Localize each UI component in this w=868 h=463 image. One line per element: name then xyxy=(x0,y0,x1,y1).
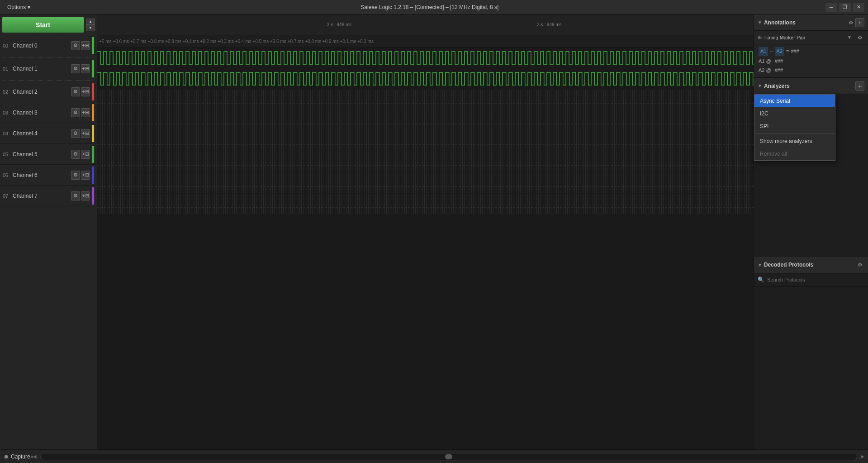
decoded-collapse-icon[interactable]: ▼ xyxy=(758,263,762,267)
annotations-collapse-icon[interactable]: ▼ xyxy=(758,20,762,25)
scroll-right-arrow[interactable]: ▶ xyxy=(861,454,864,459)
waveform-row-3 xyxy=(97,110,754,131)
waveform-row-6 xyxy=(97,173,754,194)
waveform-row-4 xyxy=(97,131,754,152)
dropdown-item-spi[interactable]: SPI xyxy=(754,120,835,133)
bottom-bar: ⏺ Capture » ◀ ▶ xyxy=(0,449,868,463)
maximize-button[interactable]: ❐ xyxy=(839,3,851,12)
channel-add-5[interactable]: +⊞ xyxy=(81,150,90,159)
channel-row-3: 03 Channel 3 ⚙ +⊞ xyxy=(0,102,97,123)
capture-arrow-button[interactable]: » xyxy=(30,453,33,460)
timing-val-row-1: A1 – A2 = ### xyxy=(759,47,863,56)
channel-gear-4[interactable]: ⚙ xyxy=(71,129,80,138)
close-button[interactable]: ✕ xyxy=(853,3,864,12)
annotations-header: ▼ Annotations ⚙ + xyxy=(754,14,868,31)
analyzer-dropdown: Async Serial I2C SPI Show more analyzers… xyxy=(754,94,835,161)
search-protocols-bar: 🔍 xyxy=(754,273,868,287)
capture-button[interactable]: ⏺ Capture xyxy=(4,453,30,460)
hash-val-3: ### xyxy=(775,66,783,75)
channel-num-1: 01 xyxy=(3,66,13,72)
arrow-up-button[interactable]: ▲ xyxy=(86,19,95,25)
channel-num-2: 02 xyxy=(3,89,13,95)
waveforms[interactable] xyxy=(97,48,754,449)
channel-panel: Start ▲ ▼ 00 Channel 0 ⚙ +⊞ 01 Channel 1… xyxy=(0,14,97,449)
channel-name-7: Channel 7 xyxy=(13,193,70,199)
channel-num-7: 07 xyxy=(3,193,13,199)
hash-val-2: ### xyxy=(775,57,783,66)
dropdown-item-i2c[interactable]: I2C xyxy=(754,107,835,120)
channel-add-3[interactable]: +⊞ xyxy=(81,108,90,117)
channel-row-7: 07 Channel 7 ⚙ +⊞ xyxy=(0,186,97,206)
capture-icon: ⏺ xyxy=(4,453,9,460)
a1-at-label: A1 @ xyxy=(759,57,771,66)
channel-name-5: Channel 5 xyxy=(13,151,70,158)
channel-row-0: 00 Channel 0 ⚙ +⊞ xyxy=(0,35,97,56)
dropdown-item-remove-all[interactable]: Remove all xyxy=(754,148,835,160)
options-button[interactable]: Options ▾ xyxy=(4,4,34,10)
channel-add-7[interactable]: +⊞ xyxy=(81,191,90,200)
channel-name-0: Channel 0 xyxy=(13,43,70,49)
channel-num-5: 05 xyxy=(3,152,13,157)
channel-name-3: Channel 3 xyxy=(13,110,70,116)
arrow-down-button[interactable]: ▼ xyxy=(86,25,95,31)
annotations-settings-button[interactable]: ⚙ xyxy=(846,18,855,27)
analyzers-title: Analyzers xyxy=(764,83,855,89)
channel-add-1[interactable]: +⊞ xyxy=(81,64,90,73)
scroll-area[interactable] xyxy=(40,453,857,460)
timing-settings-button[interactable]: ⚙ xyxy=(855,33,864,42)
a2-at-label: A2 @ xyxy=(759,66,771,75)
search-protocols-input[interactable] xyxy=(767,277,864,282)
start-arrows: ▲ ▼ xyxy=(86,19,95,31)
tick-row: +5 ms +0.6 ms +0.7 ms +0.8 ms +0.9 ms +0… xyxy=(97,35,754,48)
channel-row-1: 01 Channel 1 ⚙ +⊞ xyxy=(0,58,97,79)
timing-marker-row: ⊞ Timing Marker Pair ▼ ⚙ xyxy=(754,31,868,44)
decoded-protocols-title: Decoded Protocols xyxy=(764,262,854,268)
dropdown-item-show-more[interactable]: Show more analyzers xyxy=(754,135,835,148)
right-panel: ▼ Annotations ⚙ + ⊞ Timing Marker Pair ▼… xyxy=(754,14,868,449)
channel-add-6[interactable]: +⊞ xyxy=(81,171,90,180)
channel-name-1: Channel 1 xyxy=(13,66,70,72)
dropdown-item-async-serial[interactable]: Async Serial xyxy=(754,95,835,107)
channel-gear-6[interactable]: ⚙ xyxy=(71,171,80,180)
channel-gear-7[interactable]: ⚙ xyxy=(71,191,80,200)
channel-num-0: 00 xyxy=(3,43,13,48)
timing-marker-label: Timing Marker Pair xyxy=(764,35,845,40)
tick-labels: +5 ms +0.6 ms +0.7 ms +0.8 ms +0.9 ms +0… xyxy=(99,39,374,44)
annotations-title: Annotations xyxy=(764,19,844,26)
minimize-button[interactable]: ─ xyxy=(825,3,837,12)
channel-add-2[interactable]: +⊞ xyxy=(81,87,90,96)
main-layout: Start ▲ ▼ 00 Channel 0 ⚙ +⊞ 01 Channel 1… xyxy=(0,14,868,449)
channel-color-bar-0 xyxy=(92,37,94,54)
channel-add-0[interactable]: +⊞ xyxy=(81,41,90,50)
start-button[interactable]: Start xyxy=(2,17,84,33)
channel-gear-5[interactable]: ⚙ xyxy=(71,150,80,159)
channel-gear-1[interactable]: ⚙ xyxy=(71,64,80,73)
analyzers-add-button[interactable]: + xyxy=(855,81,864,91)
annotations-add-button[interactable]: + xyxy=(855,18,864,27)
timing-values: A1 – A2 = ### A1 @ ### A2 @ ### xyxy=(754,44,868,78)
channel-color-bar-6 xyxy=(92,167,94,184)
window-controls: ─ ❐ ✕ xyxy=(825,3,864,12)
titlebar: Options ▾ Saleae Logic 1.2.18 – [Connect… xyxy=(0,0,868,14)
a2-label: A2 xyxy=(775,47,784,56)
channel-num-3: 03 xyxy=(3,110,13,115)
channel-gear-0[interactable]: ⚙ xyxy=(71,41,80,50)
channel-color-bar-7 xyxy=(92,187,94,205)
filter-icon: ⊞ xyxy=(758,34,762,40)
channel-row-4: 04 Channel 4 ⚙ +⊞ xyxy=(0,123,97,144)
channel-add-4[interactable]: +⊞ xyxy=(81,129,90,138)
capture-label: Capture xyxy=(11,453,30,460)
waveform-area: 3 s : 948 ms 3 s : 949 ms +5 ms +0.6 ms … xyxy=(97,14,754,449)
waveform-row-2 xyxy=(97,90,754,110)
search-icon: 🔍 xyxy=(758,277,764,283)
scroll-thumb xyxy=(445,454,452,459)
channel-list: 00 Channel 0 ⚙ +⊞ 01 Channel 1 ⚙ +⊞ 02 C… xyxy=(0,35,97,206)
decoded-settings-button[interactable]: ⚙ xyxy=(855,260,864,269)
timing-dropdown-arrow[interactable]: ▼ xyxy=(847,35,852,40)
scroll-left-arrow[interactable]: ◀ xyxy=(33,454,37,459)
channel-num-6: 06 xyxy=(3,172,13,178)
title-bar-title: Saleae Logic 1.2.18 – [Connected] – [12 … xyxy=(34,4,825,10)
analyzers-collapse-icon[interactable]: ▼ xyxy=(758,83,762,88)
channel-gear-2[interactable]: ⚙ xyxy=(71,87,80,96)
channel-gear-3[interactable]: ⚙ xyxy=(71,108,80,117)
